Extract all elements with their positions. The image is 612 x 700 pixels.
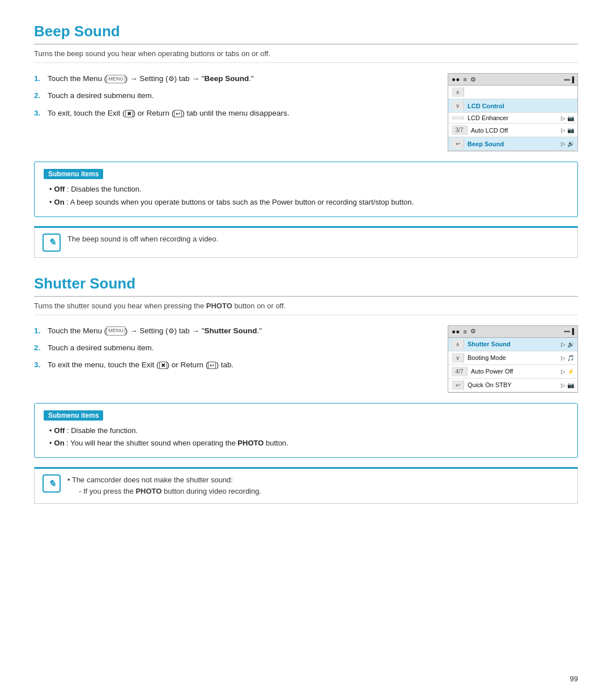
auto-power-action: ▷ ⚡ bbox=[561, 368, 574, 375]
beep-sound-row-label: Beep Sound bbox=[464, 141, 561, 147]
shutter-step-1: 1. Touch the Menu (MENU) Setting (⚙) tab… bbox=[34, 325, 431, 337]
shutter-step-2-text: Touch a desired submenu item. bbox=[48, 342, 431, 354]
shutter-step-2: 2. Touch a desired submenu item. bbox=[34, 342, 431, 354]
photo-bold-3: PHOTO bbox=[135, 487, 162, 495]
lcd-control-label: LCD Control bbox=[464, 103, 574, 109]
step-1-text: Touch the Menu (MENU) Setting (⚙) tab "B… bbox=[48, 73, 431, 84]
arrow-1 bbox=[130, 74, 139, 83]
arrow-3 bbox=[130, 326, 139, 335]
shutter-sound-note: ✎ The camcorder does not make the shutte… bbox=[34, 467, 578, 504]
shutter-off-text: Off : Disable the function. bbox=[54, 425, 138, 437]
page-indicator-2: 4/7 bbox=[452, 367, 468, 376]
shutter-battery-icon: ▪▪▪▐ bbox=[564, 328, 574, 334]
mockup-icons: ●● ≡ ⚙ bbox=[452, 75, 476, 83]
quick-on-label: Quick On STBY bbox=[464, 381, 561, 388]
mockup-row-auto-lcd: 3/7 Auto LCD Off ▷ 📷 bbox=[448, 124, 577, 137]
mockup-row-beep-sound: ↩ Beep Sound ▷ 🔊 bbox=[448, 137, 577, 151]
mockup-row-shutter-up: ∧ Shutter Sound ▷ 🔊 bbox=[448, 338, 577, 351]
beep-sound-step-3: 3. To exit, touch the Exit (✖) or Return… bbox=[34, 108, 431, 119]
back-btn-2: ↩ bbox=[452, 380, 464, 390]
beep-sound-steps-container: 1. Touch the Menu (MENU) Setting (⚙) tab… bbox=[34, 73, 578, 151]
back-btn-1: ↩ bbox=[452, 139, 464, 149]
step-3-num: 3. bbox=[34, 108, 43, 119]
beep-sound-steps: 1. Touch the Menu (MENU) Setting (⚙) tab… bbox=[34, 73, 431, 125]
nav-down-btn: ∨ bbox=[452, 101, 464, 111]
beep-sound-ui-mockup: ●● ≡ ⚙ ▪▪▪▐ ∧ ∨ LCD Control bbox=[448, 73, 578, 151]
shutter-camera-icon: ●● bbox=[452, 328, 460, 336]
shutter-mockup-body: ∧ Shutter Sound ▷ 🔊 ∨ Booting Mode ▷ 🎵 4… bbox=[448, 338, 577, 392]
beep-sound-note-text: The beep sound is off when recording a v… bbox=[67, 234, 218, 245]
beep-submenu-on: On : A beep sounds when you operate butt… bbox=[49, 197, 568, 209]
shutter-note-list: The camcorder does not make the shutter … bbox=[67, 474, 261, 497]
beep-sound-action: ▷ 🔊 bbox=[561, 141, 574, 147]
step-2-num: 2. bbox=[34, 90, 43, 101]
auto-lcd-action: ▷ 📷 bbox=[561, 127, 574, 133]
auto-power-label: Auto Power Off bbox=[468, 368, 561, 375]
mockup-header: ●● ≡ ⚙ ▪▪▪▐ bbox=[448, 74, 577, 86]
shutter-sound-ui-mockup: ●● ≡ ⚙ ▪▪▪▐ ∧ Shutter Sound ▷ 🔊 ∨ Bootin… bbox=[448, 325, 578, 393]
settings-tab-icon: ⚙ bbox=[470, 76, 476, 83]
booting-mode-label: Booting Mode bbox=[464, 354, 561, 361]
return-icon: ↩ bbox=[174, 110, 182, 117]
arrow-4 bbox=[192, 326, 201, 335]
shutter-mockup-icons: ●● ≡ ⚙ bbox=[452, 328, 476, 336]
shutter-step-2-num: 2. bbox=[34, 342, 43, 354]
beep-submenu-off: Off : Disables the function. bbox=[49, 184, 568, 196]
shutter-step-3: 3. To exit the menu, touch the Exit (✖) … bbox=[34, 359, 431, 371]
menu-icon: MENU bbox=[107, 75, 125, 84]
shutter-step-3-text: To exit the menu, touch the Exit (✖) or … bbox=[48, 359, 431, 371]
beep-sound-step-2: 2. Touch a desired submenu item. bbox=[34, 90, 431, 101]
shutter-mockup-header: ●● ≡ ⚙ ▪▪▪▐ bbox=[448, 326, 577, 338]
shutter-submenu-box: Submenu items Off : Disable the function… bbox=[34, 403, 578, 459]
beep-sound-section: Beep Sound Turns the beep sound you hear… bbox=[34, 23, 578, 258]
beep-sound-label: Beep Sound bbox=[204, 74, 249, 83]
shutter-sound-steps: 1. Touch the Menu (MENU) Setting (⚙) tab… bbox=[34, 325, 431, 377]
shutter-step-1-text: Touch the Menu (MENU) Setting (⚙) tab "S… bbox=[48, 325, 431, 337]
mockup-row-quick-on: ↩ Quick On STBY ▷ 📷 bbox=[448, 379, 577, 392]
shutter-nav-down: ∨ bbox=[452, 353, 464, 363]
shutter-step-3-num: 3. bbox=[34, 359, 43, 371]
beep-sound-submenu-title: Submenu items bbox=[44, 169, 103, 179]
mockup-row-lcd-control: ∨ LCD Control bbox=[448, 99, 577, 113]
shutter-on-text: On : You will hear the shutter sound whe… bbox=[54, 438, 288, 449]
shutter-sound-subtitle: Turns the shutter sound you hear when pr… bbox=[34, 302, 578, 315]
step-2-text: Touch a desired submenu item. bbox=[48, 90, 431, 101]
shutter-sound-title: Shutter Sound bbox=[34, 275, 578, 297]
note-icon-1: ✎ bbox=[42, 234, 61, 252]
shutter-sound-steps-container: 1. Touch the Menu (MENU) Setting (⚙) tab… bbox=[34, 325, 578, 393]
beep-off-bold: Off bbox=[54, 185, 65, 193]
camera-mode-icon: ●● bbox=[452, 75, 460, 83]
beep-sound-note: ✎ The beep sound is off when recording a… bbox=[34, 226, 578, 258]
shutter-sound-row-label: Shutter Sound bbox=[464, 341, 561, 347]
battery-icon: ▪▪▪▐ bbox=[564, 77, 574, 83]
shutter-nav-up: ∧ bbox=[452, 340, 464, 349]
mockup-row-booting: ∨ Booting Mode ▷ 🎵 bbox=[448, 351, 577, 365]
note-icon-2: ✎ bbox=[42, 474, 61, 493]
exit-icon-2: ✖ bbox=[159, 362, 167, 369]
auto-lcd-label: Auto LCD Off bbox=[468, 127, 561, 134]
mockup-row-up: ∧ bbox=[448, 86, 577, 99]
shutter-on-bold: On bbox=[54, 439, 65, 447]
beep-sound-submenu-box: Submenu items Off : Disables the functio… bbox=[34, 162, 578, 217]
page-number: 99 bbox=[570, 674, 578, 683]
shutter-submenu-off: Off : Disable the function. bbox=[49, 425, 568, 437]
beep-sound-subtitle: Turns the beep sound you hear when opera… bbox=[34, 49, 578, 63]
beep-on-bold: On bbox=[54, 198, 65, 206]
exit-icon: ✖ bbox=[125, 110, 133, 117]
shutter-sound-section: Shutter Sound Turns the shutter sound yo… bbox=[34, 275, 578, 504]
mockup-body: ∧ ∨ LCD Control LCD Enhancer ▷ 📷 bbox=[448, 86, 577, 151]
menu-icon-2: MENU bbox=[107, 326, 125, 336]
menu-tab-icon: ≡ bbox=[464, 76, 467, 83]
arrow-2 bbox=[192, 74, 201, 83]
beep-off-text: Off : Disables the function. bbox=[54, 184, 142, 196]
photo-bold-1: PHOTO bbox=[206, 302, 232, 310]
mockup-row-auto-power: 4/7 Auto Power Off ▷ ⚡ bbox=[448, 365, 577, 379]
photo-bold-2: PHOTO bbox=[237, 439, 264, 447]
mockup-row-lcd-enhancer: LCD Enhancer ▷ 📷 bbox=[448, 113, 577, 124]
gear-icon-1: ⚙ bbox=[168, 74, 175, 84]
shutter-submenu-on: On : You will hear the shutter sound whe… bbox=[49, 438, 568, 449]
return-icon-2: ↩ bbox=[208, 362, 216, 369]
lcd-enhancer-nav bbox=[452, 116, 464, 120]
beep-sound-title: Beep Sound bbox=[34, 23, 578, 45]
lcd-enhancer-label: LCD Enhancer bbox=[464, 114, 561, 121]
